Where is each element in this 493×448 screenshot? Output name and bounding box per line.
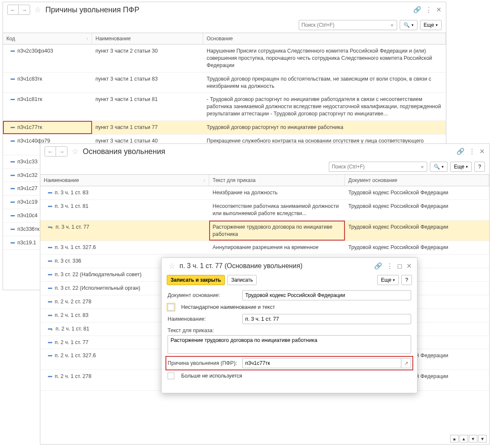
cell-code: ▬п3ч1с77тк xyxy=(3,121,92,134)
table-header: Наименование↑ Текст для приказа Документ… xyxy=(40,174,489,186)
titlebar: ← → ☆ Причины увольнения ПФР 🔗 ⋮ ✕ xyxy=(3,2,446,17)
star-icon[interactable]: ☆ xyxy=(168,261,175,271)
search-clear-button[interactable]: × xyxy=(418,162,427,172)
item-icon: ▬ xyxy=(11,48,15,53)
forward-button[interactable]: → xyxy=(19,5,30,14)
label-unused: Больше не используется xyxy=(181,373,242,379)
more-button[interactable]: Еще ▾ xyxy=(420,20,442,30)
toolbar: × 🔍▾ Еще ▾ xyxy=(3,17,446,33)
table-row[interactable]: ▬п. 3 ч. 1 ст. 77 Расторжение трудового … xyxy=(40,221,489,241)
cell-name: пункт 3 части 1 статьи 81 xyxy=(92,93,203,106)
close-icon[interactable]: ✕ xyxy=(436,6,442,14)
scroll-top-button[interactable]: ▲ xyxy=(450,435,459,442)
cell-code: ▬п3ч2с30фз403 xyxy=(3,45,92,58)
search-input[interactable] xyxy=(329,162,418,172)
scroll-bottom-button[interactable]: ▼ xyxy=(478,435,487,442)
cell-name: пункт 3 части 1 статьи 77 xyxy=(92,121,203,134)
link-icon[interactable]: 🔗 xyxy=(374,262,382,270)
item-icon: ▬ xyxy=(11,96,15,102)
item-icon: ▬ xyxy=(48,339,52,345)
item-icon: ▬ xyxy=(48,189,52,195)
col-basis[interactable]: Основание xyxy=(203,33,446,44)
more-button[interactable]: Еще ▾ xyxy=(377,275,399,285)
item-icon: ▬ xyxy=(11,212,15,218)
cell-doc: Трудовой кодекс Российской Федерации xyxy=(345,200,489,213)
item-icon: ▬ xyxy=(11,199,15,204)
input-doc[interactable] xyxy=(242,290,411,300)
item-icon: ▬ xyxy=(48,258,52,263)
search-button[interactable]: 🔍▾ xyxy=(430,162,448,172)
label-nonstd: Нестандартное наименование и текст xyxy=(181,304,275,310)
table-row[interactable]: ▬п3ч1с81тк пункт 3 части 1 статьи 81 - Т… xyxy=(3,93,446,121)
menu-icon[interactable]: ⋮ xyxy=(387,262,393,270)
table-row[interactable]: ▬п3ч2с30фз403 пункт 3 части 2 статьи 30 … xyxy=(3,45,446,73)
maximize-icon[interactable]: ◻ xyxy=(397,262,402,270)
link-icon[interactable]: 🔗 xyxy=(457,148,465,155)
cell-text: Расторжение трудового договора по инициа… xyxy=(209,221,345,241)
cell-code: ▬п3ч1с81тк xyxy=(3,93,92,106)
label-doc: Документ основание: xyxy=(168,292,238,298)
item-icon: ▬ xyxy=(11,137,15,143)
table-row[interactable]: ▬п3ч1с77тк пункт 3 части 1 статьи 77 Тру… xyxy=(3,121,446,134)
cell-text: Неизбрание на должность xyxy=(209,186,345,199)
back-button[interactable]: ← xyxy=(8,5,19,14)
search-clear-button[interactable]: × xyxy=(388,20,397,30)
titlebar: ☆ п. 3 ч. 1 ст. 77 (Основание увольнения… xyxy=(162,258,417,274)
search-button[interactable]: 🔍▾ xyxy=(400,20,417,30)
checkbox-unused[interactable] xyxy=(168,372,174,379)
cell-doc: Трудовой кодекс Российской Федерации xyxy=(345,186,489,199)
table-row[interactable]: ▬п3ч1с83тк пункт 3 части 1 статьи 83 Тру… xyxy=(3,73,446,93)
link-icon[interactable]: 🔗 xyxy=(413,6,421,14)
scroll-down-button[interactable]: ▼ xyxy=(469,435,477,442)
cell-doc: Трудовой кодекс Российской Федерации xyxy=(345,241,489,254)
input-reason-pfr[interactable] xyxy=(242,358,401,368)
nav-buttons: ← → xyxy=(45,146,67,157)
help-button[interactable]: ? xyxy=(474,162,485,172)
scroll-up-button[interactable]: ▲ xyxy=(459,435,468,442)
item-icon: ▬ xyxy=(11,239,15,245)
item-icon: ▬ xyxy=(11,226,15,232)
save-close-button[interactable]: Записать и закрыть xyxy=(167,275,225,285)
cell-name: пункт 3 части 2 статьи 30 xyxy=(92,45,203,58)
table-row[interactable]: ▬п. 3 ч. 1 ст. 327.6 Аннулирование разре… xyxy=(40,241,489,255)
help-button[interactable]: ? xyxy=(401,275,412,285)
input-name[interactable] xyxy=(242,314,411,324)
checkbox-nonstd[interactable] xyxy=(168,304,174,311)
col-name[interactable]: Наименование↑ xyxy=(40,175,209,186)
back-button[interactable]: ← xyxy=(45,147,56,156)
table-row[interactable]: ▬п. 3 ч. 1 ст. 81 Несоответствие работни… xyxy=(40,200,489,221)
dialog-toolbar: Записать и закрыть Записать Еще ▾ ? xyxy=(162,274,417,288)
star-icon[interactable]: ☆ xyxy=(34,5,41,14)
item-icon: ▬ xyxy=(11,76,15,81)
scroll-nav: ▲ ▲ ▼ ▼ xyxy=(450,435,487,442)
item-icon: ▬ xyxy=(11,185,15,191)
magnifier-icon: 🔍 xyxy=(403,22,410,28)
col-text[interactable]: Текст для приказа xyxy=(209,175,345,186)
close-icon[interactable]: ✕ xyxy=(406,262,412,270)
col-code[interactable]: Код↑ xyxy=(3,33,92,44)
label-reason: Причина увольнения (ПФР): xyxy=(168,360,238,366)
cell-text: Несоответствие работника занимаемой долж… xyxy=(209,200,345,220)
titlebar: ← → ☆ Основания увольнения 🔗 ⋮ ✕ xyxy=(40,144,489,159)
save-button[interactable]: Записать xyxy=(227,275,257,285)
forward-button[interactable]: → xyxy=(56,147,67,156)
item-icon: ▬ xyxy=(48,244,52,250)
textarea-order-text[interactable] xyxy=(168,335,411,354)
magnifier-icon: 🔍 xyxy=(434,164,440,170)
cell-name: пункт 3 части 1 статьи 83 xyxy=(92,73,203,86)
search-input[interactable] xyxy=(299,20,388,30)
menu-icon[interactable]: ⋮ xyxy=(426,6,432,14)
close-icon[interactable]: ✕ xyxy=(479,148,485,155)
col-doc[interactable]: Документ основание xyxy=(345,175,489,186)
star-icon[interactable]: ☆ xyxy=(72,147,78,156)
menu-icon[interactable]: ⋮ xyxy=(469,148,475,155)
table-header: Код↑ Наименование Основание xyxy=(3,33,446,45)
item-icon: ▬ xyxy=(48,298,52,304)
toolbar: × 🔍▾ Еще ▾ ? xyxy=(40,159,489,174)
open-reference-button[interactable]: ↗ xyxy=(401,358,411,368)
cell-basis: - Трудовой договор расторгнут по инициат… xyxy=(203,93,446,120)
table-row[interactable]: ▬п. 3 ч. 1 ст. 83 Неизбрание на должност… xyxy=(40,186,489,200)
item-icon: ▬ xyxy=(48,285,52,291)
more-button[interactable]: Еще ▾ xyxy=(450,162,472,172)
col-name[interactable]: Наименование xyxy=(92,33,203,44)
